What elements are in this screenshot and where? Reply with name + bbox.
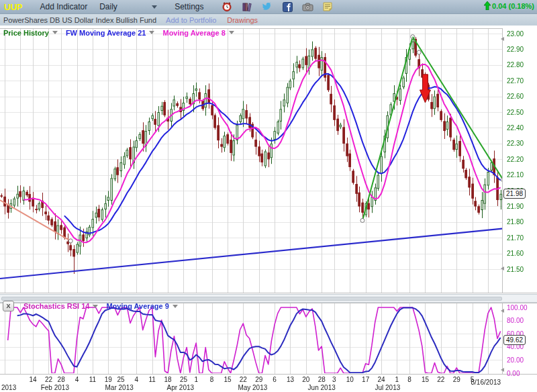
- price-pane-toggles: Price History FW Moving Average 21 Movin…: [3, 28, 234, 37]
- fw-moving-average-21-toggle[interactable]: FW Moving Average 21: [66, 28, 155, 37]
- chart-canvas[interactable]: [0, 0, 537, 392]
- moving-average-8-label: Moving Average 8: [162, 29, 225, 37]
- notes-icon[interactable]: [322, 1, 334, 13]
- moving-average-8-toggle[interactable]: Moving Average 8: [162, 28, 234, 37]
- price-history-label: Price History: [3, 29, 49, 37]
- close-pane-button[interactable]: X: [3, 301, 14, 311]
- change-text: 0.04 (0.18%): [492, 2, 534, 10]
- chevron-down-icon: [149, 31, 154, 37]
- symbol-subbar: PowerShares DB US Dollar Index Bullish F…: [0, 14, 537, 26]
- alarm-clock-icon[interactable]: [222, 1, 233, 13]
- settings-button[interactable]: Settings: [175, 2, 203, 11]
- fund-name: PowerShares DB US Dollar Index Bullish F…: [3, 16, 156, 24]
- period-select[interactable]: Daily: [99, 2, 157, 11]
- stochastics-rsi-label: Stochastics RSI 14: [23, 302, 89, 310]
- moving-average-9-label: Moving Average 9: [106, 302, 168, 310]
- main-toolbar: UUP Add Indicator Daily Settings: [0, 0, 537, 14]
- chevron-down-icon: [173, 305, 178, 311]
- add-to-portfolio-link[interactable]: Add to Portfolio: [166, 16, 216, 24]
- camera-icon[interactable]: [302, 1, 313, 13]
- charting-app-window: UUP Add Indicator Daily Settings: [0, 0, 537, 392]
- moving-average-9-toggle[interactable]: Moving Average 9: [106, 302, 177, 311]
- chevron-down-icon: [152, 5, 157, 11]
- toolbar-icons: [222, 1, 334, 13]
- chevron-down-icon: [229, 31, 234, 37]
- twitter-icon[interactable]: [262, 1, 273, 13]
- add-indicator-button[interactable]: Add Indicator: [40, 2, 87, 11]
- symbol-label[interactable]: UUP: [4, 2, 22, 12]
- drawings-link[interactable]: Drawings: [227, 16, 258, 24]
- last-price-tag: 21.98: [503, 189, 526, 199]
- chevron-down-icon: [52, 31, 58, 37]
- chevron-down-icon: [93, 305, 98, 311]
- library-icon[interactable]: [242, 1, 253, 13]
- stoch-pane-toggles: X Stochastics RSI 14 Moving Average 9: [3, 301, 178, 311]
- up-arrow-icon: [484, 1, 491, 10]
- stoch-value-tag: 49.62: [503, 335, 526, 345]
- price-change-badge: 0.04 (0.18%): [484, 1, 534, 10]
- period-value: Daily: [99, 2, 117, 11]
- facebook-icon[interactable]: [282, 1, 293, 13]
- price-history-toggle[interactable]: Price History: [3, 28, 58, 37]
- stochastics-rsi-toggle[interactable]: Stochastics RSI 14: [23, 302, 98, 311]
- fw-moving-average-21-label: FW Moving Average 21: [66, 29, 146, 37]
